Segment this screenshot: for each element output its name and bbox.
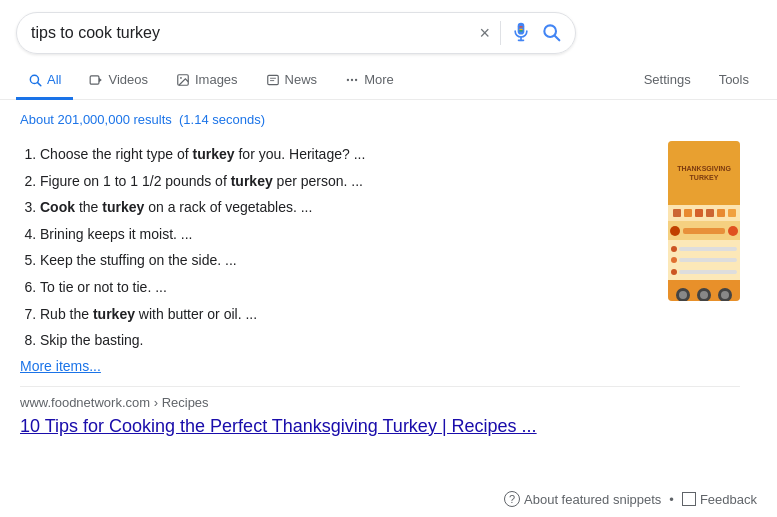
svg-rect-1 (519, 30, 522, 31)
search-input[interactable] (31, 24, 479, 42)
snippet-list: Choose the right type of turkey for you.… (20, 141, 652, 374)
result-title-link[interactable]: 10 Tips for Cooking the Perfect Thanksgi… (20, 416, 537, 436)
svg-rect-11 (267, 75, 278, 84)
list-item: To tie or not to tie. ... (40, 274, 652, 301)
more-dots-icon (345, 73, 359, 87)
featured-snippet: Choose the right type of turkey for you.… (20, 141, 740, 374)
nav-right: Settings Tools (632, 62, 761, 99)
search-button[interactable] (541, 22, 561, 45)
header: × (0, 0, 777, 54)
tab-all[interactable]: All (16, 62, 73, 100)
main-content: About 201,000,000 results (1.14 seconds)… (0, 100, 760, 451)
search-icons: × (479, 21, 561, 45)
tab-videos-label: Videos (108, 72, 148, 87)
svg-rect-7 (91, 75, 100, 83)
tab-images[interactable]: Images (164, 62, 250, 100)
tab-more-label: More (364, 72, 394, 87)
results-count: About 201,000,000 results (1.14 seconds) (20, 112, 740, 127)
svg-point-15 (351, 78, 353, 80)
divider (500, 21, 501, 45)
result-item: www.foodnetwork.com › Recipes 10 Tips fo… (20, 395, 740, 439)
svg-point-14 (347, 78, 349, 80)
snippet-ol: Choose the right type of turkey for you.… (20, 141, 652, 354)
results-time: (1.14 seconds) (179, 112, 265, 127)
tab-news[interactable]: News (254, 62, 330, 100)
results-count-number: About 201,000,000 results (20, 112, 172, 127)
svg-line-4 (555, 35, 560, 40)
search-icon (28, 73, 42, 87)
image-icon (176, 73, 190, 87)
result-domain: www.foodnetwork.com (20, 395, 150, 410)
svg-point-16 (355, 78, 357, 80)
tab-news-label: News (285, 72, 318, 87)
tab-images-label: Images (195, 72, 238, 87)
result-divider (20, 386, 740, 387)
search-bar: × (16, 12, 576, 54)
turkey-infographic-image: THANKSGIVINGTURKEY (668, 141, 740, 301)
nav-tabs: All Videos Images News More (0, 54, 777, 100)
svg-marker-8 (99, 77, 102, 82)
tab-videos[interactable]: Videos (77, 62, 160, 100)
svg-rect-0 (519, 28, 522, 29)
result-source: www.foodnetwork.com › Recipes (20, 395, 740, 410)
more-items-link[interactable]: More items... (20, 358, 101, 374)
mic-icon[interactable] (511, 22, 531, 45)
list-item: Choose the right type of turkey for you.… (40, 141, 652, 168)
list-item: Brining keeps it moist. ... (40, 221, 652, 248)
svg-point-10 (180, 77, 182, 79)
tab-settings[interactable]: Settings (632, 62, 703, 100)
clear-icon[interactable]: × (479, 23, 490, 44)
tab-tools-label: Tools (719, 72, 749, 87)
image-top-section: THANKSGIVINGTURKEY (668, 141, 740, 205)
list-item: Rub the turkey with butter or oil. ... (40, 301, 652, 328)
svg-line-6 (38, 82, 41, 85)
tab-tools[interactable]: Tools (707, 62, 761, 100)
list-item: Skip the basting. (40, 327, 652, 354)
tab-all-label: All (47, 72, 61, 87)
list-item: Cook the turkey on a rack of vegetables.… (40, 194, 652, 221)
svg-rect-2 (519, 26, 522, 27)
tab-more[interactable]: More (333, 62, 406, 100)
result-breadcrumb: › Recipes (154, 395, 209, 410)
list-item: Keep the stuffing on the side. ... (40, 247, 652, 274)
newspaper-icon (266, 73, 280, 87)
tab-settings-label: Settings (644, 72, 691, 87)
video-icon (89, 73, 103, 87)
list-item: Figure on 1 to 1 1/2 pounds of turkey pe… (40, 168, 652, 195)
